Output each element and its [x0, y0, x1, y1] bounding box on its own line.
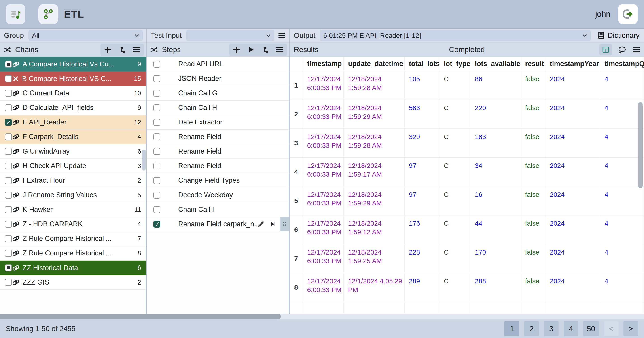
- chain-item[interactable]: A Compare Historical Vs Cu... 9: [0, 57, 146, 71]
- column-header[interactable]: result: [520, 57, 545, 71]
- step-item[interactable]: Read API URL: [147, 57, 289, 71]
- chain-checkbox[interactable]: [5, 61, 12, 68]
- page-button-2[interactable]: 2: [524, 321, 539, 336]
- chain-item[interactable]: B Compare Historical VS C... 15: [0, 71, 146, 86]
- chain-checkbox[interactable]: [5, 192, 12, 199]
- step-item[interactable]: Rename Field: [147, 130, 289, 144]
- column-header[interactable]: timestampYear: [545, 57, 600, 71]
- dictionary-button[interactable]: Dictionary: [595, 31, 641, 40]
- step-item[interactable]: Change Field Types: [147, 173, 289, 188]
- test-input-menu-button menu-icon[interactable]: [278, 31, 286, 40]
- chain-item[interactable]: ZZ Historical Data 6: [0, 260, 146, 275]
- chain-item[interactable]: J Rename String Values 5: [0, 188, 146, 202]
- test-input-select[interactable]: [186, 30, 274, 41]
- chain-item[interactable]: K Hawker 11: [0, 202, 146, 217]
- step-checkbox[interactable]: [154, 192, 160, 199]
- page-button-4[interactable]: 4: [564, 321, 578, 336]
- table-row[interactable]: 7 12/17/2024 6:00:33 PM 12/18/2024 1:59:…: [290, 244, 644, 273]
- step-checkbox[interactable]: [154, 75, 160, 82]
- table-row[interactable]: 6 12/17/2024 6:00:33 PM 12/18/2024 1:59:…: [290, 215, 644, 244]
- step-checkbox[interactable]: [154, 104, 160, 111]
- run-steps-button play-icon[interactable]: [247, 46, 255, 54]
- column-header[interactable]: lots_available: [470, 57, 520, 71]
- step-drag-handle[interactable]: [280, 217, 289, 231]
- add-chain-button plus-icon[interactable]: [104, 46, 112, 54]
- table-row[interactable]: 1 12/17/2024 6:00:33 PM 12/18/2024 1:59:…: [290, 71, 644, 100]
- table-row[interactable]: 2 12/17/2024 6:00:33 PM 12/18/2024 1:59:…: [290, 100, 644, 129]
- step-checkbox[interactable]: [154, 61, 160, 68]
- chain-checkbox[interactable]: [5, 250, 12, 257]
- chain-checkbox[interactable]: [5, 264, 12, 271]
- chain-checkbox[interactable]: [5, 148, 12, 155]
- column-header[interactable]: update_datetime: [344, 57, 404, 71]
- chain-item[interactable]: C Current Data 10: [0, 86, 146, 101]
- chain-item[interactable]: F Carpark_Details 4: [0, 130, 146, 144]
- comments-button chat-icon[interactable]: [618, 45, 626, 54]
- chain-checkbox[interactable]: [5, 221, 12, 228]
- branch-logo-button[interactable]: [38, 4, 58, 24]
- table-row[interactable]: 4 12/17/2024 6:00:33 PM 12/18/2024 1:59:…: [290, 157, 644, 186]
- column-header[interactable]: timestamp: [302, 57, 344, 71]
- column-header[interactable]: total_lots: [404, 57, 439, 71]
- chain-item-selected[interactable]: E API_Reader 12: [0, 115, 146, 130]
- chain-item[interactable]: Z Rule Compare Historical ... 7: [0, 231, 146, 246]
- page-button-50[interactable]: 50: [583, 321, 599, 336]
- chain-checkbox[interactable]: [5, 163, 12, 169]
- run-to-step-button skip-icon[interactable]: [269, 220, 276, 228]
- step-item[interactable]: Rename Field: [147, 144, 289, 159]
- chain-checkbox[interactable]: [5, 235, 12, 242]
- step-item[interactable]: JSON Reader: [147, 71, 289, 86]
- chain-tree-button tree-icon[interactable]: [118, 46, 126, 54]
- step-checkbox[interactable]: [154, 90, 160, 97]
- chain-item[interactable]: I Extract Hour 2: [0, 173, 146, 188]
- column-header[interactable]: lot_type: [439, 57, 470, 71]
- add-step-button plus-icon[interactable]: [232, 46, 241, 54]
- chain-checkbox[interactable]: [5, 75, 12, 82]
- step-checkbox[interactable]: [154, 163, 160, 169]
- prev-page-button[interactable]: <: [604, 321, 618, 336]
- step-item[interactable]: Chain Call I: [147, 202, 289, 217]
- chains-menu-button menu-icon[interactable]: [132, 46, 141, 54]
- chains-scrollbar[interactable]: [142, 150, 146, 171]
- chain-checkbox[interactable]: [5, 177, 12, 184]
- horizontal-scrollbar-track[interactable]: [0, 314, 644, 319]
- chain-checkbox[interactable]: [5, 206, 12, 213]
- column-header[interactable]: timestampQuarter: [600, 57, 644, 71]
- page-button-3[interactable]: 3: [544, 321, 558, 336]
- step-checkbox[interactable]: [154, 177, 160, 184]
- chain-checkbox[interactable]: [5, 90, 12, 97]
- chain-item[interactable]: G UnwindArray 6: [0, 144, 146, 159]
- horizontal-scrollbar-thumb[interactable]: [0, 314, 281, 319]
- results-menu-button menu-icon[interactable]: [632, 45, 641, 54]
- steps-menu-button menu-icon[interactable]: [275, 46, 284, 54]
- table-row[interactable]: 3 12/17/2024 6:00:33 PM 12/18/2024 1:59:…: [290, 129, 644, 157]
- steps-tree-button tree-icon[interactable]: [261, 46, 270, 54]
- next-page-button[interactable]: >: [624, 321, 638, 336]
- output-select[interactable]: 6:01:25 PM E API_Reader [1-12]: [320, 30, 591, 41]
- results-vertical-scrollbar[interactable]: [638, 102, 643, 188]
- group-select[interactable]: All: [28, 30, 143, 41]
- step-checkbox[interactable]: [154, 148, 160, 155]
- step-item[interactable]: Chain Call G: [147, 86, 289, 101]
- chain-item[interactable]: Z - HDB CARPARK 4: [0, 217, 146, 231]
- step-item-selected[interactable]: Rename Field carpark_n...: [147, 217, 289, 231]
- chain-checkbox[interactable]: [5, 133, 12, 140]
- table-row[interactable]: 8 12/17/2024 6:00:33 PM 12/1/2024 4:05:2…: [290, 273, 644, 302]
- chain-item[interactable]: Z Rule Compare Historical ... 8: [0, 246, 146, 260]
- step-checkbox[interactable]: [154, 119, 160, 126]
- chain-checkbox[interactable]: [5, 104, 12, 111]
- chain-checkbox[interactable]: [5, 279, 12, 286]
- logout-button[interactable]: [618, 4, 638, 24]
- step-item[interactable]: Chain Call H: [147, 101, 289, 115]
- step-checkbox[interactable]: [154, 221, 160, 228]
- table-view-button[interactable]: [599, 44, 612, 55]
- chain-item[interactable]: H Check API Update 3: [0, 159, 146, 173]
- step-item[interactable]: Rename Field: [147, 159, 289, 173]
- step-checkbox[interactable]: [154, 133, 160, 140]
- music-list-logo-button[interactable]: [6, 4, 26, 24]
- edit-step-button pencil-icon[interactable]: [257, 220, 265, 228]
- chain-item[interactable]: D Calculate_API_fields 9: [0, 101, 146, 115]
- page-button-1[interactable]: 1: [504, 321, 519, 336]
- step-item[interactable]: Date Extractor: [147, 115, 289, 130]
- step-checkbox[interactable]: [154, 206, 160, 213]
